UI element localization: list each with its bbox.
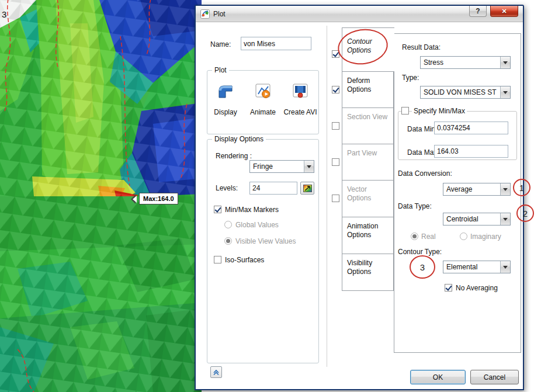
annotation-step-3: 3 — [410, 255, 435, 279]
dropdown-arrow-icon — [500, 86, 510, 98]
display-options-title: Display Options — [212, 135, 266, 143]
specify-minmax-checkbox[interactable] — [401, 107, 409, 115]
rendering-label: Rendering : — [216, 152, 252, 160]
data-conversion-value: Average — [443, 183, 500, 195]
tab-deform-options[interactable]: Deform Options — [342, 71, 394, 108]
real-label: Real — [421, 233, 436, 241]
minmax-markers-label: Min/Max Markers — [225, 206, 279, 214]
close-icon: ✕ — [501, 8, 507, 15]
data-type-label: Data Type: — [398, 202, 432, 210]
deform-options-checkbox[interactable] — [332, 86, 339, 93]
type-dropdown[interactable]: SOLID VON MISES ST — [420, 86, 511, 99]
levels-input[interactable] — [249, 182, 297, 195]
plot-group-title: Plot — [212, 66, 229, 74]
data-max-input[interactable] — [434, 145, 508, 158]
imaginary-radio[interactable] — [460, 233, 467, 240]
imaginary-label: Imaginary — [470, 233, 501, 241]
tab-animation-options[interactable]: Animation Options — [342, 217, 394, 254]
data-conversion-dropdown[interactable]: Average — [443, 183, 511, 196]
dialog-titlebar[interactable]: Plot ? ✕ — [196, 6, 523, 22]
annotation-step-2: 2 — [516, 204, 534, 222]
minmax-markers-checkbox[interactable] — [214, 206, 221, 213]
vector-options-checkbox[interactable] — [332, 195, 339, 202]
iso-surfaces-checkbox[interactable] — [214, 256, 221, 263]
data-type-value: Centroidal — [443, 213, 500, 225]
animate-button[interactable] — [254, 82, 272, 100]
display-button-label: Display — [209, 108, 242, 116]
name-label: Name: — [210, 40, 231, 48]
no-averaging-checkbox[interactable] — [445, 284, 452, 292]
data-min-input[interactable] — [434, 122, 508, 134]
display-icon — [216, 82, 235, 100]
rendering-dropdown[interactable]: Fringe — [249, 160, 314, 173]
tab-vector-options[interactable]: Vector Options — [342, 180, 394, 217]
panel-divider — [327, 26, 327, 367]
result-data-value: Stress — [421, 57, 500, 68]
result-data-label: Result Data: — [402, 43, 441, 51]
name-input[interactable] — [241, 37, 311, 50]
section-view-checkbox[interactable] — [332, 122, 339, 130]
dropdown-arrow-icon — [500, 57, 510, 68]
ok-button[interactable]: OK — [410, 370, 466, 384]
dropdown-arrow-icon — [500, 183, 510, 195]
real-radio[interactable] — [411, 233, 418, 240]
create-avi-button-label: Create AVI — [283, 108, 317, 116]
animate-icon — [254, 82, 272, 100]
animate-button-label: Animate — [246, 108, 280, 116]
global-values-label: Global Values — [235, 221, 279, 229]
type-label: Type: — [402, 74, 419, 82]
help-icon: ? — [476, 7, 480, 15]
visible-view-values-radio[interactable] — [224, 237, 232, 245]
global-values-radio[interactable] — [224, 221, 232, 228]
create-avi-icon — [291, 82, 310, 100]
specify-minmax-label: Specify Min/Max — [412, 107, 467, 115]
contour-options-panel: Result Data: Stress Type: SOLID VON MISE… — [394, 33, 521, 353]
screen: 3 Max:164.0 Plot ? ✕ Name: Plot — [0, 0, 541, 392]
visible-view-values-label: Visible View Values — [235, 237, 296, 245]
levels-label: Levels: — [216, 184, 238, 192]
data-min-label: Data Min: — [407, 125, 437, 133]
data-conversion-label: Data Conversion: — [398, 169, 452, 178]
tab-section-view[interactable]: Section View — [342, 107, 394, 144]
annotation-step-1: 1 — [513, 179, 530, 196]
dropdown-arrow-icon — [500, 213, 510, 225]
display-button[interactable] — [216, 82, 235, 100]
collapse-dialog-button[interactable] — [210, 366, 222, 378]
contour-type-label: Contour Type: — [398, 248, 442, 256]
result-data-dropdown[interactable]: Stress — [420, 56, 511, 69]
contour-type-value: Elemental — [443, 261, 500, 273]
plot-dialog-icon — [200, 9, 210, 19]
type-value: SOLID VON MISES ST — [421, 86, 500, 98]
contour-palette-icon — [303, 185, 312, 192]
max-value-marker: Max:164.0 — [139, 193, 178, 204]
tab-visibility-options[interactable]: Visibility Options — [342, 254, 394, 291]
plot-group: Plot Display — [207, 70, 319, 134]
dropdown-arrow-icon — [500, 261, 510, 273]
contour-type-dropdown[interactable]: Elemental — [443, 261, 511, 273]
rendering-value: Fringe — [250, 161, 304, 172]
view-corner-label: 3 — [2, 9, 6, 19]
dialog-title: Plot — [213, 10, 226, 18]
tab-part-view[interactable]: Part View — [342, 144, 394, 181]
help-button[interactable]: ? — [469, 6, 487, 17]
double-chevron-up-icon — [213, 369, 220, 376]
no-averaging-label: No Averaging — [456, 284, 498, 292]
dropdown-arrow-icon — [304, 161, 314, 172]
levels-palette-button[interactable] — [300, 182, 314, 195]
data-type-dropdown[interactable]: Centroidal — [443, 213, 511, 226]
iso-surfaces-label: Iso-Surfaces — [225, 256, 264, 264]
create-avi-button[interactable] — [291, 82, 310, 100]
part-view-checkbox[interactable] — [332, 158, 339, 166]
close-button[interactable]: ✕ — [490, 6, 518, 17]
cancel-button[interactable]: Cancel — [470, 370, 519, 384]
